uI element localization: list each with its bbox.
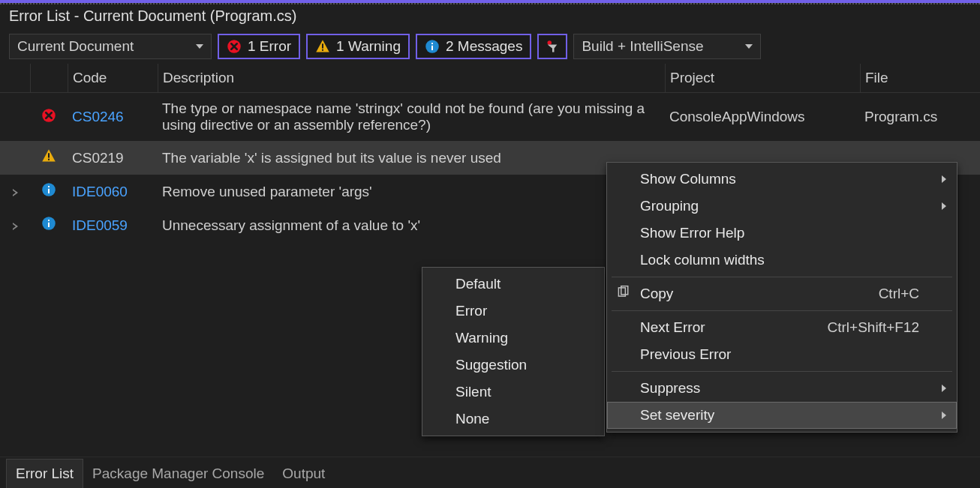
svg-rect-16: [48, 223, 50, 227]
error-icon: [41, 108, 56, 123]
project-cell: ConsoleAppWindows: [665, 106, 860, 128]
code-link[interactable]: IDE0060: [68, 181, 158, 203]
bottom-tab[interactable]: Package Manager Console: [83, 460, 273, 488]
menu-item[interactable]: Previous Error: [607, 341, 957, 368]
errors-count: 1 Error: [248, 38, 291, 55]
menu-shortcut: Ctrl+C: [879, 286, 919, 302]
menu-shortcut: Ctrl+Shift+F12: [828, 319, 920, 336]
severity-option-label: Warning: [455, 330, 508, 346]
severity-option[interactable]: Default: [422, 271, 604, 298]
severity-option[interactable]: Silent: [422, 379, 604, 406]
expand-toggle[interactable]: [0, 181, 30, 203]
description-cell: Remove unused parameter 'args': [158, 181, 665, 203]
menu-item[interactable]: Suppress: [607, 375, 957, 402]
warning-icon: [41, 148, 56, 163]
svg-rect-2: [322, 43, 323, 48]
chevron-down-icon: [196, 44, 203, 49]
svg-rect-17: [48, 220, 50, 221]
col-expand[interactable]: [0, 64, 30, 92]
filter-icon: [545, 39, 560, 54]
code-link[interactable]: CS0246: [68, 106, 158, 128]
info-icon: [425, 39, 440, 54]
chevron-right-icon: [942, 202, 946, 210]
scope-dropdown[interactable]: Current Document: [9, 34, 212, 59]
warnings-filter-button[interactable]: 1 Warning: [306, 34, 410, 59]
menu-item-label: Previous Error: [640, 346, 731, 363]
chevron-right-icon: [13, 189, 18, 196]
info-icon: [41, 182, 56, 197]
project-cell: [665, 155, 860, 161]
svg-rect-10: [48, 153, 50, 157]
severity-submenu: DefaultErrorWarningSuggestionSilentNone: [422, 267, 605, 436]
context-menu: Show ColumnsGroupingShow Error HelpLock …: [606, 162, 957, 433]
warning-icon: [315, 39, 330, 54]
chevron-down-icon: [745, 44, 753, 49]
severity-option-label: Silent: [455, 384, 492, 400]
svg-rect-13: [48, 189, 50, 193]
table-row[interactable]: CS0246The type or namespace name 'string…: [0, 93, 980, 141]
chevron-right-icon: [942, 175, 946, 183]
error-icon: [227, 39, 242, 54]
expand-toggle[interactable]: [0, 214, 30, 237]
menu-item-label: Next Error: [640, 319, 705, 336]
chevron-right-icon: [942, 412, 946, 419]
severity-option-label: Default: [455, 276, 501, 292]
svg-rect-11: [48, 159, 50, 160]
menu-item[interactable]: Show Error Help: [607, 220, 957, 247]
description-cell: Unnecessary assignment of a value to 'x': [158, 214, 665, 237]
menu-item[interactable]: Lock column widths: [607, 247, 957, 274]
svg-rect-14: [48, 186, 50, 187]
severity-icon-cell: [30, 179, 68, 204]
toolbar: Current Document 1 Error 1 Warning 2 Mes…: [0, 29, 980, 64]
warnings-count: 1 Warning: [336, 38, 401, 55]
menu-item[interactable]: Show Columns: [607, 166, 957, 193]
svg-rect-6: [431, 43, 433, 44]
col-severity[interactable]: [30, 64, 68, 92]
severity-option[interactable]: Warning: [422, 325, 604, 352]
severity-option[interactable]: Error: [422, 298, 604, 325]
col-code[interactable]: Code: [68, 64, 158, 92]
window-title: Error List - Current Document (Program.c…: [0, 3, 980, 29]
file-cell: [860, 155, 980, 161]
bottom-tab[interactable]: Error List: [6, 459, 83, 488]
col-description[interactable]: Description: [158, 64, 665, 92]
source-dropdown[interactable]: Build + IntelliSense: [573, 34, 761, 59]
description-cell: The type or namespace name 'stringx' cou…: [158, 97, 665, 136]
menu-separator: [612, 371, 952, 372]
menu-item-label: Copy: [640, 286, 673, 302]
menu-item[interactable]: Next ErrorCtrl+Shift+F12: [607, 314, 957, 341]
menu-separator: [612, 277, 952, 277]
svg-rect-3: [322, 49, 323, 51]
col-project[interactable]: Project: [665, 64, 860, 92]
messages-filter-button[interactable]: 2 Messages: [416, 34, 531, 59]
menu-item[interactable]: CopyCtrl+C: [607, 280, 957, 307]
scope-label: Current Document: [17, 38, 134, 55]
severity-icon-cell: [30, 105, 68, 130]
messages-count: 2 Messages: [446, 38, 522, 55]
severity-option[interactable]: Suggestion: [422, 352, 604, 379]
menu-item-label: Show Columns: [640, 171, 736, 187]
chevron-right-icon: [942, 385, 946, 392]
code-link: CS0219: [68, 147, 158, 169]
file-cell: Program.cs: [860, 106, 980, 128]
advanced-filter-button[interactable]: [537, 34, 567, 59]
severity-icon-cell: [30, 145, 68, 170]
svg-rect-5: [431, 46, 433, 50]
menu-item[interactable]: Set severity: [607, 402, 957, 429]
col-file[interactable]: File: [860, 64, 980, 92]
info-icon: [41, 216, 56, 231]
menu-item-label: Show Error Help: [640, 225, 744, 241]
menu-item[interactable]: Grouping: [607, 193, 957, 220]
menu-item-label: Lock column widths: [640, 252, 765, 268]
bottom-tab[interactable]: Output: [273, 460, 334, 488]
menu-item-label: Grouping: [640, 198, 699, 214]
source-label: Build + IntelliSense: [582, 38, 703, 55]
severity-option[interactable]: None: [422, 406, 604, 433]
copy-icon: [616, 286, 630, 299]
menu-separator: [612, 310, 952, 311]
bottom-tabs: Error ListPackage Manager ConsoleOutput: [0, 457, 980, 488]
severity-option-label: None: [455, 411, 489, 427]
errors-filter-button[interactable]: 1 Error: [218, 34, 300, 59]
code-link[interactable]: IDE0059: [68, 214, 158, 237]
description-cell: The variable 'x' is assigned but its val…: [158, 147, 665, 169]
